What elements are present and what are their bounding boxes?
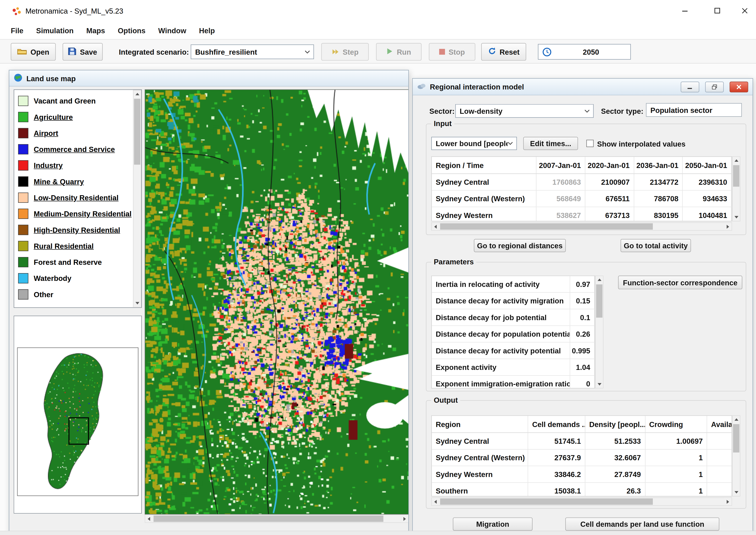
legend-label[interactable]: Agriculture [34,113,73,121]
scroll-left-icon[interactable] [432,498,439,505]
column-header[interactable]: 2020-Jan-01 [586,157,634,173]
table-row[interactable]: Sydney Western 33846.2 27.8749 1 [432,466,732,483]
table-row[interactable]: Inertia in relocating of activity0.97 [432,276,594,293]
legend-swatch[interactable] [18,241,28,251]
menu-window[interactable]: Window [158,26,186,34]
table-row[interactable]: Sydney Central (Western) 27637.9 32.6067… [432,450,732,466]
map-viewport[interactable] [145,90,409,515]
legend-item[interactable]: High-Density Residential [14,222,132,238]
map-horizontal-scrollbar[interactable] [145,515,409,523]
legend-label[interactable]: High-Density Residential [34,226,120,234]
land-use-map-titlebar[interactable]: Land use map [9,70,408,86]
minimize-button[interactable] [674,0,696,21]
save-button[interactable]: Save [63,43,103,61]
column-header[interactable]: 2036-Jan-01 [634,157,683,173]
app-bottom-scrollbar[interactable] [0,531,756,535]
table-row[interactable]: Distance decay for population potential0… [432,326,594,343]
scroll-right-icon[interactable] [401,515,408,522]
table-row[interactable]: Sydney Central 51745.1 51.2533 1.00697 [432,433,732,450]
parameters-vscrollbar-thumb[interactable] [596,284,602,318]
legend-label[interactable]: Commerce and Service [34,145,115,153]
value-cell[interactable]: 2134772 [634,174,683,190]
reset-button[interactable]: Reset [481,43,526,61]
scroll-up-icon[interactable] [134,90,141,98]
input-table-hscrollbar[interactable] [431,222,732,231]
table-row[interactable]: Sydney Western 538627 673713 830195 1040… [432,207,732,221]
legend-item[interactable]: Commerce and Service [14,141,132,157]
rim-minimize-button[interactable] [681,81,699,92]
legend-swatch[interactable] [18,209,28,219]
value-cell[interactable]: 2100907 [586,174,634,190]
close-button[interactable] [734,0,756,21]
value-cell[interactable]: 676511 [586,190,634,207]
column-header[interactable]: Density [peopl... [586,416,646,432]
bound-select[interactable]: Lower bound [people] [431,137,517,150]
legend-swatch[interactable] [18,160,28,170]
legend-label[interactable]: Mine & Quarry [34,177,84,185]
edit-times-button[interactable]: Edit times... [523,137,578,150]
scroll-left-icon[interactable] [145,515,153,522]
output-hscrollbar[interactable] [431,497,732,506]
legend-item[interactable]: Airport [14,125,132,141]
column-header[interactable]: 2007-Jan-01 [536,157,585,173]
legend-scrollbar[interactable] [133,90,141,307]
parameter-value[interactable]: 0.26 [570,326,594,342]
parameter-value[interactable]: 1.04 [570,359,594,375]
scroll-right-icon[interactable] [724,223,732,230]
migration-button[interactable]: Migration [453,517,532,530]
legend-swatch[interactable] [18,96,28,106]
legend-label[interactable]: Low-Density Residential [34,193,119,202]
value-cell[interactable]: 2396310 [683,174,732,190]
column-header[interactable]: Region [432,416,528,432]
input-hscrollbar-thumb[interactable] [440,223,653,230]
table-row[interactable]: Distance decay for activity potential0.9… [432,343,594,359]
show-interpolated-checkbox[interactable] [586,140,594,147]
parameters-vscrollbar[interactable] [595,275,603,388]
legend-item[interactable]: Rural Residential [14,238,132,254]
table-row[interactable]: Exponent immigration-emigration ratio0 [432,376,594,388]
menu-options[interactable]: Options [118,26,146,34]
legend-item[interactable]: Other [14,286,132,302]
legend-label[interactable]: Airport [34,129,58,137]
minimap-canvas[interactable] [14,316,141,513]
table-row[interactable]: Southern 15038.1 26.3 1 [432,483,732,496]
parameter-value[interactable]: 0 [570,376,594,388]
legend-swatch[interactable] [18,257,28,267]
legend-label[interactable]: Rural Residential [34,242,94,250]
sector-select[interactable]: Low-density [455,104,594,118]
scroll-up-icon[interactable] [733,416,740,423]
parameter-value[interactable]: 0.97 [570,276,594,292]
scroll-up-icon[interactable] [596,276,603,283]
value-cell[interactable]: 1760863 [536,174,585,190]
input-table-vscrollbar[interactable] [732,156,741,221]
value-cell[interactable]: 786708 [634,190,683,207]
column-header[interactable]: Region / Time [432,157,536,173]
legend-item[interactable]: Low-Density Residential [14,190,132,206]
menu-help[interactable]: Help [199,26,215,34]
legend-swatch[interactable] [18,289,28,300]
menu-simulation[interactable]: Simulation [36,26,74,34]
menu-maps[interactable]: Maps [86,26,105,34]
value-cell[interactable]: 673713 [586,207,634,221]
legend-swatch[interactable] [18,225,28,235]
menu-file[interactable]: File [11,26,23,34]
rim-titlebar[interactable]: Regional interaction model [413,79,753,95]
legend-swatch[interactable] [18,128,28,138]
scroll-right-icon[interactable] [724,498,732,505]
function-sector-correspondence-button[interactable]: Function-sector correspondence [618,275,742,289]
legend-item[interactable]: Forest and Reserve [14,254,132,270]
table-row[interactable]: Exponent activity1.04 [432,359,594,376]
parameter-value[interactable]: 0.15 [570,293,594,309]
legend-swatch[interactable] [18,112,28,122]
scroll-down-icon[interactable] [733,489,740,496]
legend-label[interactable]: Vacant and Green [34,97,96,105]
table-row[interactable]: Sydney Central (Western) 568649 676511 7… [432,190,732,207]
simulation-year-control[interactable]: 2050 [538,44,631,60]
cell-demands-per-land-use-function-button[interactable]: Cell demands per land use function [565,517,719,530]
legend-label[interactable]: Waterbody [34,274,72,282]
scenario-select[interactable]: Bushfire_resilient [191,44,314,59]
parameter-value[interactable]: 0.1 [570,309,594,325]
scroll-left-icon[interactable] [432,223,439,230]
land-use-map-canvas[interactable] [145,90,409,514]
legend-label[interactable]: Industry [34,161,63,170]
